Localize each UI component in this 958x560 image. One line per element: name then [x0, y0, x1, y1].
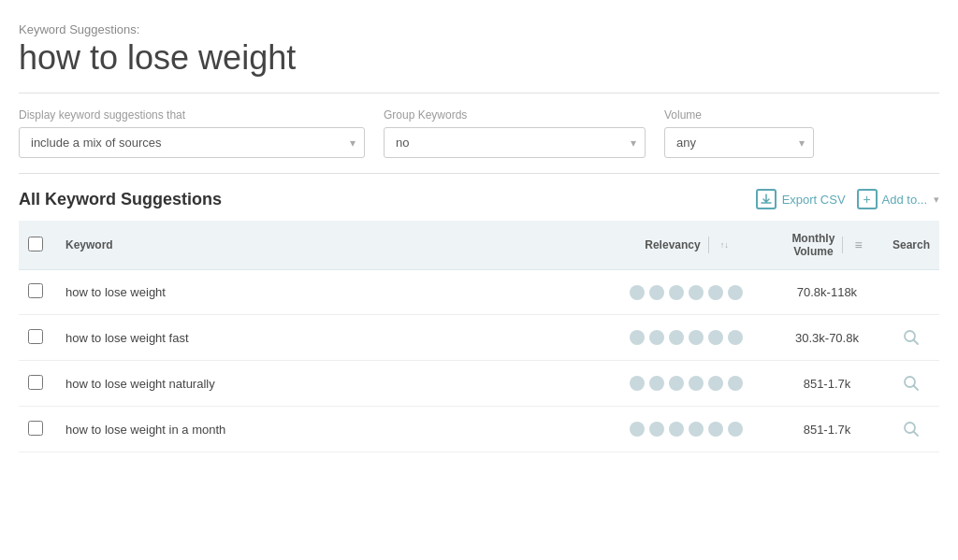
header-divider — [19, 93, 939, 93]
export-csv-button[interactable]: Export CSV — [756, 189, 846, 209]
row-relevancy — [602, 270, 771, 315]
row-checkbox[interactable] — [28, 421, 43, 436]
table-row: how to lose weight naturally851-1.7k — [19, 361, 939, 407]
relevancy-dot — [728, 376, 743, 391]
relevancy-dot — [669, 330, 684, 345]
row-keyword: how to lose weight — [56, 270, 602, 315]
section-title: All Keyword Suggestions — [19, 190, 222, 209]
row-checkbox[interactable] — [28, 283, 43, 298]
row-keyword: how to lose weight in a month — [56, 407, 602, 452]
section-header: All Keyword Suggestions Export CSV + Add… — [19, 189, 939, 209]
display-filter-label: Display keyword suggestions that — [19, 108, 365, 122]
sort-sep-relevancy — [708, 237, 709, 253]
relevancy-dot — [669, 285, 684, 300]
relevancy-dot — [649, 285, 664, 300]
relevancy-dot — [630, 422, 645, 437]
table-body: how to lose weight70.8k-118khow to lose … — [19, 270, 939, 452]
relevancy-dot — [689, 285, 704, 300]
keyword-table-container: Keyword Relevancy ↑↓ Monthly — [19, 221, 939, 452]
group-filter-group: Group Keywords no yes — [384, 108, 646, 158]
relevancy-dot — [630, 330, 645, 345]
row-volume: 30.3k-70.8k — [771, 315, 883, 361]
row-check-cell — [19, 361, 56, 407]
row-keyword: how to lose weight fast — [56, 315, 602, 361]
row-volume: 851-1.7k — [771, 407, 883, 452]
relevancy-dot — [649, 422, 664, 437]
table-row: how to lose weight70.8k-118k — [19, 270, 939, 315]
row-keyword: how to lose weight naturally — [56, 361, 602, 407]
svg-line-5 — [913, 432, 918, 437]
search-icon[interactable] — [902, 420, 921, 438]
export-icon — [756, 189, 777, 209]
filters-divider — [19, 173, 939, 174]
display-select[interactable]: include a mix of sources from all source… — [19, 127, 365, 158]
table-row: how to lose weight fast30.3k-70.8k — [19, 315, 939, 361]
row-check-cell — [19, 270, 56, 315]
relevancy-dot — [728, 330, 743, 345]
group-select[interactable]: no yes — [384, 127, 646, 158]
relevancy-dot — [708, 330, 723, 345]
volume-filter-group: Volume any low medium high — [664, 108, 814, 158]
add-label: Add to... — [882, 193, 927, 207]
relevancy-dot — [728, 285, 743, 300]
sort-sep-volume — [842, 237, 843, 253]
relevancy-dot — [630, 376, 645, 391]
row-checkbox[interactable] — [28, 329, 43, 344]
section-actions: Export CSV + Add to... ▾ — [756, 189, 939, 209]
search-icon[interactable] — [902, 328, 921, 347]
row-checkbox[interactable] — [28, 375, 43, 390]
filters-row: Display keyword suggestions that include… — [19, 108, 939, 158]
relevancy-dot — [669, 376, 684, 391]
relevancy-dot — [669, 422, 684, 437]
group-filter-label: Group Keywords — [384, 108, 646, 122]
row-check-cell — [19, 407, 56, 452]
relevancy-dot — [649, 376, 664, 391]
relevancy-dot — [689, 330, 704, 345]
table-row: how to lose weight in a month851-1.7k — [19, 407, 939, 452]
row-check-cell — [19, 315, 56, 361]
relevancy-dot — [689, 422, 704, 437]
add-chevron: ▾ — [934, 194, 939, 206]
relevancy-dot — [630, 285, 645, 300]
svg-line-1 — [913, 340, 918, 345]
header-volume: Monthly Volume ≡ — [771, 221, 883, 270]
volume-select[interactable]: any low medium high — [664, 127, 814, 158]
page-header: Keyword Suggestions: how to lose weight — [19, 22, 939, 78]
header-relevancy: Relevancy ↑↓ — [602, 221, 771, 270]
page-subtitle: Keyword Suggestions: — [19, 22, 939, 36]
row-search-icon-cell[interactable] — [883, 315, 939, 361]
row-search-icon-cell[interactable] — [883, 361, 939, 407]
sort-icon-volume[interactable]: ≡ — [854, 238, 862, 251]
page-title: how to lose weight — [19, 38, 939, 78]
header-check — [19, 221, 56, 270]
relevancy-dot — [689, 376, 704, 391]
display-filter-group: Display keyword suggestions that include… — [19, 108, 365, 158]
relevancy-dot — [649, 330, 664, 345]
select-all-checkbox[interactable] — [28, 237, 43, 251]
row-relevancy — [602, 315, 771, 361]
relevancy-dot — [708, 376, 723, 391]
row-relevancy — [602, 407, 771, 452]
add-to-button[interactable]: + Add to... ▾ — [857, 189, 939, 209]
group-select-wrapper: no yes — [384, 127, 646, 158]
row-volume: 70.8k-118k — [771, 270, 883, 315]
volume-filter-label: Volume — [664, 108, 814, 122]
plus-icon: + — [857, 189, 878, 209]
keyword-table: Keyword Relevancy ↑↓ Monthly — [19, 221, 939, 452]
export-label: Export CSV — [782, 193, 846, 207]
relevancy-dot — [708, 422, 723, 437]
header-keyword: Keyword — [56, 221, 602, 270]
header-search: Search — [883, 221, 939, 270]
display-select-wrapper: include a mix of sources from all source… — [19, 127, 365, 158]
relevancy-dot — [708, 285, 723, 300]
search-icon[interactable] — [902, 374, 921, 393]
row-relevancy — [602, 361, 771, 407]
svg-line-3 — [913, 386, 918, 391]
row-search-icon-cell[interactable] — [883, 407, 939, 452]
row-search-icon-cell — [883, 270, 939, 315]
table-header: Keyword Relevancy ↑↓ Monthly — [19, 221, 939, 270]
relevancy-dot — [728, 422, 743, 437]
page-container: Keyword Suggestions: how to lose weight … — [0, 0, 958, 471]
row-volume: 851-1.7k — [771, 361, 883, 407]
sort-icon-relevancy[interactable]: ↑↓ — [720, 241, 729, 250]
